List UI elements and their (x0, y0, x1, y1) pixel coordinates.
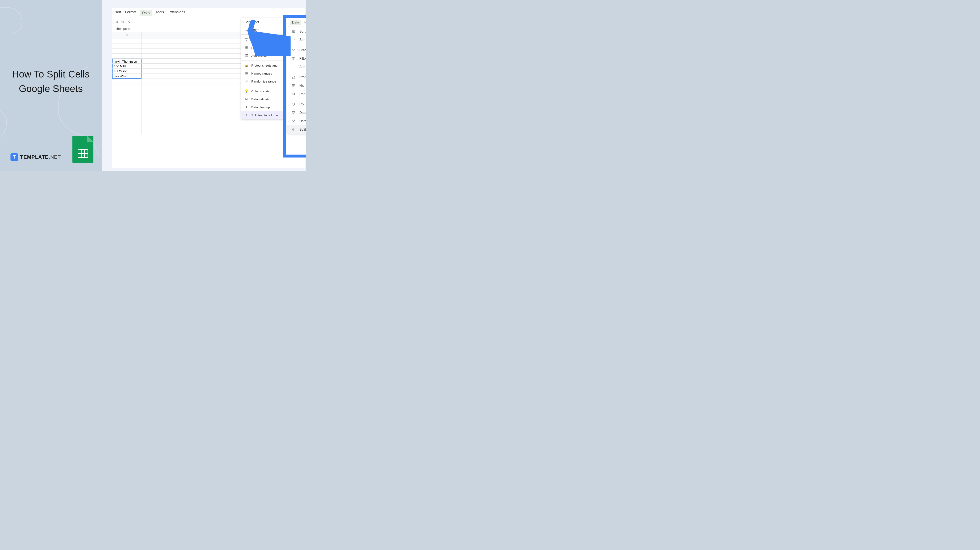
col-header-b[interactable]: B (112, 32, 142, 38)
menu-named-ranges[interactable]: ⊞Named ranges (241, 69, 284, 77)
menu-separator (241, 86, 284, 86)
decimal-button[interactable]: .0 (128, 20, 130, 23)
named-icon: ⊞ (245, 72, 248, 75)
right-panel: sert Format Data Tools Extensions $ % .0… (102, 0, 305, 171)
svg-rect-1 (293, 77, 295, 79)
currency-button[interactable]: $ (116, 20, 118, 23)
logo-text: TEMPLATE.NET (20, 154, 61, 160)
cell[interactable] (112, 129, 142, 134)
sort-icon (292, 30, 296, 33)
cell[interactable]: larvin Thompson (112, 59, 142, 64)
menu-named-ranges[interactable]: Named ranges (287, 81, 305, 90)
menu-data-validation[interactable]: Data validation (287, 108, 305, 117)
named-icon (292, 84, 296, 88)
menu-extensions[interactable]: Extensions (168, 10, 185, 16)
menu-format[interactable]: Format (125, 10, 136, 16)
menu-tools[interactable]: Tools (156, 10, 164, 16)
menu-data-validation[interactable]: ☑Data validation (241, 95, 284, 103)
menu-data-cleanup[interactable]: ✦Data cleanup (241, 103, 284, 111)
menu-column-stats[interactable]: 💡Column stats (241, 87, 284, 95)
cell[interactable] (112, 84, 142, 89)
menu-protect[interactable]: Protect sheets and ranges (287, 73, 305, 81)
filter-views-icon (292, 57, 296, 61)
menu-separator (241, 60, 284, 61)
menu-add-slicer[interactable]: Add a slicer New (287, 63, 305, 71)
menu-protect[interactable]: 🔒Protect sheets and (241, 61, 284, 69)
slicer-icon (292, 65, 296, 69)
svg-rect-0 (292, 57, 295, 60)
menu-split-text[interactable]: ⊹Split text to column (241, 111, 284, 119)
cell[interactable] (112, 54, 142, 58)
split-icon (292, 128, 296, 131)
wand-icon: ✦ (245, 105, 248, 109)
cell[interactable] (112, 89, 142, 94)
menu-filter-views[interactable]: Filter views ▶ (287, 54, 305, 63)
cell[interactable] (112, 94, 142, 99)
sort-icon (292, 38, 296, 42)
menu-split-text[interactable]: Split text to columns (287, 125, 305, 134)
menu-separator (287, 72, 305, 72)
svg-point-3 (293, 103, 295, 105)
menu-randomize[interactable]: Randomize range (287, 90, 305, 98)
menu-data[interactable]: Data (140, 10, 152, 16)
validation-icon (292, 111, 296, 115)
arrow-icon (244, 20, 291, 56)
cell[interactable]: ane Mills (112, 64, 142, 69)
bulb-icon: 💡 (245, 89, 248, 93)
validation-icon: ☑ (245, 97, 248, 101)
cell[interactable] (112, 99, 142, 104)
filter-icon (292, 48, 296, 52)
lock-icon (292, 75, 296, 79)
percent-button[interactable]: % (121, 20, 124, 23)
template-logo: T TEMPLATE.NET (11, 153, 61, 161)
page-title: How To Split Cells Google Sheets (0, 67, 102, 96)
bulb-icon (292, 102, 296, 106)
google-sheets-icon (72, 136, 94, 163)
cell[interactable] (112, 109, 142, 114)
cell[interactable] (112, 79, 142, 84)
wand-icon (292, 119, 296, 123)
shuffle-icon: ✕ (245, 80, 248, 83)
shuffle-icon (292, 92, 296, 96)
cell[interactable] (112, 104, 142, 109)
cell[interactable] (112, 124, 142, 129)
menu-data[interactable]: Data (290, 20, 301, 25)
logo-badge: T (11, 153, 18, 161)
cell[interactable]: lary Wilson (112, 74, 142, 78)
split-icon: ⊹ (245, 113, 248, 117)
menu-data-cleanup[interactable]: Data cleanup ▶ (287, 117, 305, 125)
cell[interactable] (112, 48, 142, 53)
menu-separator (287, 99, 305, 99)
cell[interactable] (112, 114, 142, 119)
cell[interactable] (112, 38, 142, 43)
lock-icon: 🔒 (245, 64, 248, 67)
cell[interactable] (112, 119, 142, 124)
left-panel: How To Split Cells Google Sheets T TEMPL… (0, 0, 102, 171)
menu-randomize[interactable]: ✕Randomize range (241, 77, 284, 85)
menu-insert[interactable]: sert (115, 10, 121, 16)
menu-column-stats[interactable]: Column stats (287, 100, 305, 108)
menu-tools[interactable]: Tools (304, 21, 305, 24)
svg-rect-4 (292, 112, 295, 114)
cell[interactable] (112, 43, 142, 48)
menubar-background: sert Format Data Tools Extensions (112, 8, 305, 18)
cell[interactable]: aul Orson (112, 69, 142, 73)
